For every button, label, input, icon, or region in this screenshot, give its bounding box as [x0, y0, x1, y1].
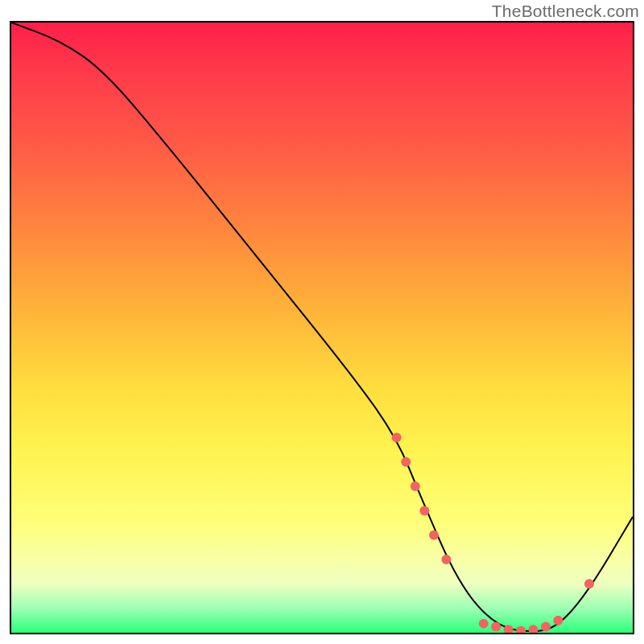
data-marker: [441, 555, 451, 564]
data-marker: [584, 579, 594, 588]
data-marker: [411, 481, 420, 491]
bottleneck-curve: [11, 23, 633, 631]
data-marker: [419, 506, 429, 515]
curve-layer: [11, 23, 633, 633]
data-marker: [401, 457, 411, 467]
data-marker: [392, 432, 402, 442]
marker-group: [392, 432, 594, 633]
data-marker: [491, 621, 501, 631]
data-marker: [528, 625, 538, 633]
data-marker: [553, 616, 563, 625]
plot-area: [10, 21, 634, 634]
data-marker: [516, 626, 526, 633]
data-marker: [429, 530, 439, 540]
chart-frame: TheBottleneck.com: [0, 0, 644, 644]
data-marker: [541, 621, 551, 631]
data-marker: [479, 619, 489, 629]
watermark-text: TheBottleneck.com: [492, 2, 639, 21]
